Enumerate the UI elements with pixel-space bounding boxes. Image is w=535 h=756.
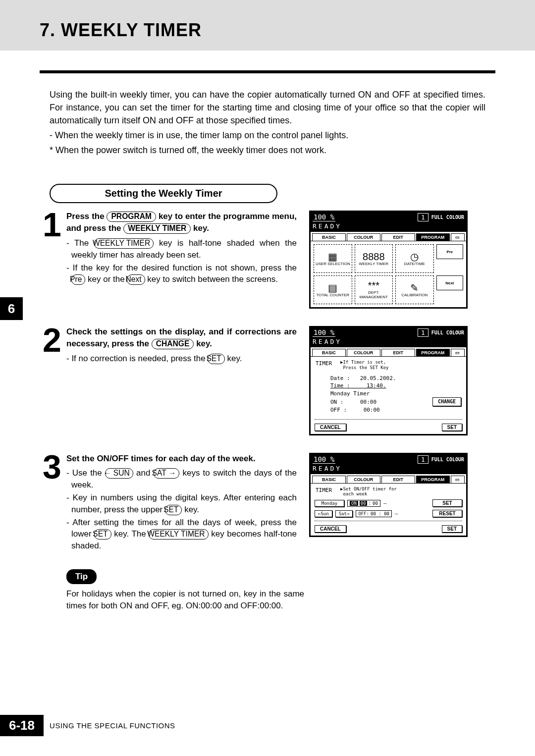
lbl: CALIBRATION xyxy=(402,293,428,297)
step-3-num: 3 xyxy=(40,453,64,482)
tab-colour[interactable]: COLOUR xyxy=(347,233,380,241)
step-2-num: 2 xyxy=(40,326,64,355)
cancel-button[interactable]: CANCEL xyxy=(315,424,346,431)
tab-program[interactable]: PROGRAM xyxy=(416,476,450,483)
t: key to switch between the screens. xyxy=(145,274,278,284)
t: - If the key for the desired function is… xyxy=(66,263,297,272)
weekly-timer-key: WEEKLY TIMER xyxy=(123,223,191,234)
tab-basic[interactable]: BASIC xyxy=(312,476,346,483)
lcd3-btnrow: CANCEL SET xyxy=(311,523,466,536)
step-1-dash-2: - If the key for the desired function is… xyxy=(66,262,297,286)
t: and xyxy=(133,468,154,478)
tab-edit[interactable]: EDIT xyxy=(381,476,415,483)
step-3-dash-1: - Use the ← SUN and SAT → keys to switch… xyxy=(66,467,297,491)
lcd-tabs: BASIC COLOUR EDIT PROGRAM ▭ xyxy=(311,474,466,484)
lcd-ready: READY xyxy=(311,338,466,347)
timer-label: TIMER xyxy=(316,360,340,371)
off-time-field[interactable]: OFF: 00 : 00 xyxy=(356,510,392,517)
tab-colour[interactable]: COLOUR xyxy=(347,476,380,483)
page-number: 6-18 xyxy=(0,715,44,736)
intro-bullet-1: - When the weekly timer is in use, the t… xyxy=(50,129,485,142)
lcd-copies: 1 xyxy=(418,328,428,337)
on-hh: 00 xyxy=(360,501,367,506)
lcd-grid: ▦USER SELECTION 8888WEEKLY TIMER ◷DATE/T… xyxy=(311,241,466,307)
step-2-body: Check the settings on the display, and i… xyxy=(66,326,304,364)
step-3-dash-3: - After setting the times for all the da… xyxy=(66,517,297,552)
lcd3-row-on: Monday ON 00: 00 ─ SET xyxy=(311,498,466,508)
intro-bullet-2: * When the power switch is turned off, t… xyxy=(50,144,485,157)
tab-colour[interactable]: COLOUR xyxy=(347,349,380,356)
t: key. xyxy=(191,223,209,233)
monday-timer-label: Monday Timer xyxy=(330,390,461,397)
tab-edit[interactable]: EDIT xyxy=(381,349,415,356)
on-value: 00:00 xyxy=(360,398,376,406)
lcd-screen-2: 100 % 1 FULL COLOUR READY BASIC COLOUR E… xyxy=(309,326,468,435)
set-button[interactable]: SET xyxy=(442,424,462,431)
lcd3-content: TIMER ▶Set ON/OFF timer for each week xyxy=(311,484,466,498)
dept-icon: *** xyxy=(368,280,379,290)
btn-total-counter[interactable]: ▤TOTAL COUNTER xyxy=(314,275,352,304)
on-time-field[interactable]: ON 00: 00 xyxy=(347,500,380,507)
section-header: Setting the Weekly Timer xyxy=(50,184,277,203)
t: key. The xyxy=(111,529,149,539)
lcd-pct: 100 % xyxy=(313,213,335,221)
footer-text: USING THE SPECIAL FUNCTIONS xyxy=(50,721,175,730)
step-1-body: Press the PROGRAM key to enter the progr… xyxy=(66,211,304,285)
change-button[interactable]: CHANGE xyxy=(432,397,461,406)
tab-basic[interactable]: BASIC xyxy=(312,233,346,241)
tab-extra[interactable]: ▭ xyxy=(451,233,465,241)
lcd-header: 100 % 1 FULL COLOUR xyxy=(311,212,466,222)
lcd-mode: FULL COLOUR xyxy=(431,215,464,220)
cancel-button[interactable]: CANCEL xyxy=(315,525,346,533)
btn-date-time[interactable]: ◷DATE/TIME xyxy=(395,244,434,273)
lcd-header: 100 % 1 FULL COLOUR xyxy=(311,454,466,465)
btn-user-selection[interactable]: ▦USER SELECTION xyxy=(314,244,352,273)
lbl: USER SELECTION xyxy=(316,262,350,266)
step-1-title: Press the PROGRAM key to enter the progr… xyxy=(66,211,297,234)
btn-weekly-timer[interactable]: 8888WEEKLY TIMER xyxy=(355,244,393,273)
btn-pre[interactable]: Pre xyxy=(436,244,463,259)
sat-nav-button[interactable]: Sat→ xyxy=(335,510,353,517)
timer-hint: ▶If Timer is set, Press the SET Key xyxy=(340,360,389,371)
tab-basic[interactable]: BASIC xyxy=(312,349,346,356)
sun-nav-button[interactable]: ←Sun xyxy=(315,510,332,517)
date-label: Date : xyxy=(330,375,350,381)
t: key or the xyxy=(85,274,127,284)
set-key-upper: SET xyxy=(165,505,182,515)
rule xyxy=(315,521,462,521)
tab-extra[interactable]: ▭ xyxy=(451,476,465,483)
thick-rule xyxy=(40,70,495,73)
lcd-pct: 100 % xyxy=(313,455,335,464)
set-upper-button[interactable]: SET xyxy=(432,499,462,507)
weekly-timer-icon: 8888 xyxy=(363,252,385,262)
btn-calibration[interactable]: ✎CALIBRATION xyxy=(395,275,434,304)
tab-edit[interactable]: EDIT xyxy=(381,233,415,241)
step-3-body: Set the ON/OFF times for each day of the… xyxy=(66,453,304,552)
lbl: WEEKLY TIMER xyxy=(359,262,389,266)
reset-button[interactable]: RESET xyxy=(432,510,462,517)
lcd-screen-3: 100 % 1 FULL COLOUR READY BASIC COLOUR E… xyxy=(309,453,468,538)
set-key: SET xyxy=(208,354,224,364)
off-value: 00:00 xyxy=(364,407,380,413)
footer: 6-18 USING THE SPECIAL FUNCTIONS xyxy=(0,715,175,736)
t: - If no correction is needed, press the xyxy=(66,354,208,363)
calibration-icon: ✎ xyxy=(410,283,419,293)
tip-badge: Tip xyxy=(66,569,97,584)
on-lbl: ON xyxy=(350,501,358,506)
lcd2-content: TIMER ▶If Timer is set, Press the SET Ke… xyxy=(311,357,466,417)
tab-program[interactable]: PROGRAM xyxy=(416,233,450,241)
day-button[interactable]: Monday xyxy=(315,500,344,507)
lcd-pct: 100 % xyxy=(313,328,335,337)
sat-key: SAT → xyxy=(154,468,180,479)
btn-dept-mgmt[interactable]: ***DEPT. MANAGEMENT xyxy=(355,275,393,304)
tip-text: For holidays when the copier is not turn… xyxy=(66,588,304,612)
time-label: Time : xyxy=(330,382,350,389)
off-lbl: OFF: xyxy=(358,511,369,516)
tab-program[interactable]: PROGRAM xyxy=(416,349,450,356)
step-3: 3 Set the ON/OFF times for each day of t… xyxy=(40,453,535,552)
pre-key: Pre xyxy=(71,274,85,285)
tab-extra[interactable]: ▭ xyxy=(451,349,465,356)
btn-next[interactable]: Next xyxy=(436,275,463,290)
set-key-lower: SET xyxy=(94,529,111,540)
set-lower-button[interactable]: SET xyxy=(442,525,462,533)
